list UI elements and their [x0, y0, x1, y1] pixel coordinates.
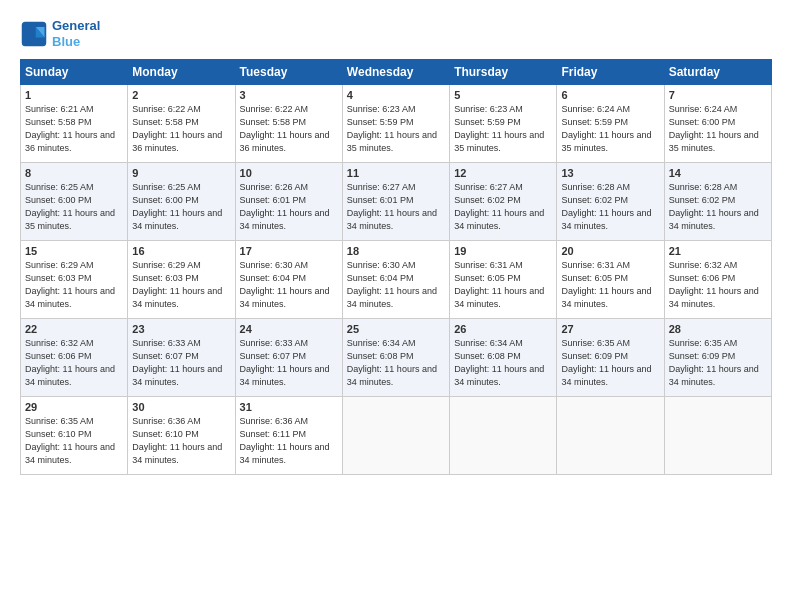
day-number: 23: [132, 323, 230, 335]
calendar-cell: 8Sunrise: 6:25 AMSunset: 6:00 PMDaylight…: [21, 163, 128, 241]
day-info: Sunrise: 6:30 AMSunset: 6:04 PMDaylight:…: [240, 260, 330, 309]
calendar-cell: 24Sunrise: 6:33 AMSunset: 6:07 PMDayligh…: [235, 319, 342, 397]
day-number: 10: [240, 167, 338, 179]
calendar-cell: 7Sunrise: 6:24 AMSunset: 6:00 PMDaylight…: [664, 85, 771, 163]
page: General Blue SundayMondayTuesdayWednesda…: [0, 0, 792, 612]
calendar-cell: [557, 397, 664, 475]
calendar-cell: 29Sunrise: 6:35 AMSunset: 6:10 PMDayligh…: [21, 397, 128, 475]
day-number: 12: [454, 167, 552, 179]
day-number: 1: [25, 89, 123, 101]
calendar-cell: 9Sunrise: 6:25 AMSunset: 6:00 PMDaylight…: [128, 163, 235, 241]
calendar-cell: 31Sunrise: 6:36 AMSunset: 6:11 PMDayligh…: [235, 397, 342, 475]
day-info: Sunrise: 6:35 AMSunset: 6:10 PMDaylight:…: [25, 416, 115, 465]
header: General Blue: [20, 18, 772, 49]
calendar-cell: 3Sunrise: 6:22 AMSunset: 5:58 PMDaylight…: [235, 85, 342, 163]
day-number: 14: [669, 167, 767, 179]
calendar-cell: 6Sunrise: 6:24 AMSunset: 5:59 PMDaylight…: [557, 85, 664, 163]
day-info: Sunrise: 6:26 AMSunset: 6:01 PMDaylight:…: [240, 182, 330, 231]
day-number: 31: [240, 401, 338, 413]
col-header-wednesday: Wednesday: [342, 60, 449, 85]
day-number: 13: [561, 167, 659, 179]
day-info: Sunrise: 6:34 AMSunset: 6:08 PMDaylight:…: [347, 338, 437, 387]
day-number: 22: [25, 323, 123, 335]
calendar-cell: 28Sunrise: 6:35 AMSunset: 6:09 PMDayligh…: [664, 319, 771, 397]
calendar-cell: [342, 397, 449, 475]
calendar-table: SundayMondayTuesdayWednesdayThursdayFrid…: [20, 59, 772, 475]
day-number: 25: [347, 323, 445, 335]
day-number: 27: [561, 323, 659, 335]
calendar-cell: [664, 397, 771, 475]
day-info: Sunrise: 6:32 AMSunset: 6:06 PMDaylight:…: [669, 260, 759, 309]
day-info: Sunrise: 6:34 AMSunset: 6:08 PMDaylight:…: [454, 338, 544, 387]
day-number: 8: [25, 167, 123, 179]
calendar-week-2: 15Sunrise: 6:29 AMSunset: 6:03 PMDayligh…: [21, 241, 772, 319]
day-number: 24: [240, 323, 338, 335]
day-info: Sunrise: 6:23 AMSunset: 5:59 PMDaylight:…: [347, 104, 437, 153]
day-number: 16: [132, 245, 230, 257]
day-info: Sunrise: 6:21 AMSunset: 5:58 PMDaylight:…: [25, 104, 115, 153]
day-info: Sunrise: 6:24 AMSunset: 5:59 PMDaylight:…: [561, 104, 651, 153]
calendar-cell: [450, 397, 557, 475]
calendar-week-1: 8Sunrise: 6:25 AMSunset: 6:00 PMDaylight…: [21, 163, 772, 241]
day-number: 19: [454, 245, 552, 257]
day-info: Sunrise: 6:27 AMSunset: 6:02 PMDaylight:…: [454, 182, 544, 231]
day-info: Sunrise: 6:31 AMSunset: 6:05 PMDaylight:…: [454, 260, 544, 309]
day-number: 20: [561, 245, 659, 257]
calendar-cell: 12Sunrise: 6:27 AMSunset: 6:02 PMDayligh…: [450, 163, 557, 241]
logo-text: General Blue: [52, 18, 100, 49]
day-number: 5: [454, 89, 552, 101]
calendar-cell: 30Sunrise: 6:36 AMSunset: 6:10 PMDayligh…: [128, 397, 235, 475]
day-number: 21: [669, 245, 767, 257]
calendar-cell: 11Sunrise: 6:27 AMSunset: 6:01 PMDayligh…: [342, 163, 449, 241]
calendar-cell: 4Sunrise: 6:23 AMSunset: 5:59 PMDaylight…: [342, 85, 449, 163]
calendar-week-3: 22Sunrise: 6:32 AMSunset: 6:06 PMDayligh…: [21, 319, 772, 397]
calendar-cell: 14Sunrise: 6:28 AMSunset: 6:02 PMDayligh…: [664, 163, 771, 241]
day-number: 7: [669, 89, 767, 101]
day-info: Sunrise: 6:22 AMSunset: 5:58 PMDaylight:…: [132, 104, 222, 153]
calendar-cell: 15Sunrise: 6:29 AMSunset: 6:03 PMDayligh…: [21, 241, 128, 319]
calendar-week-4: 29Sunrise: 6:35 AMSunset: 6:10 PMDayligh…: [21, 397, 772, 475]
day-info: Sunrise: 6:32 AMSunset: 6:06 PMDaylight:…: [25, 338, 115, 387]
col-header-tuesday: Tuesday: [235, 60, 342, 85]
calendar-cell: 13Sunrise: 6:28 AMSunset: 6:02 PMDayligh…: [557, 163, 664, 241]
day-number: 3: [240, 89, 338, 101]
day-info: Sunrise: 6:35 AMSunset: 6:09 PMDaylight:…: [669, 338, 759, 387]
day-number: 4: [347, 89, 445, 101]
day-info: Sunrise: 6:31 AMSunset: 6:05 PMDaylight:…: [561, 260, 651, 309]
day-number: 11: [347, 167, 445, 179]
day-number: 30: [132, 401, 230, 413]
calendar-cell: 25Sunrise: 6:34 AMSunset: 6:08 PMDayligh…: [342, 319, 449, 397]
day-number: 26: [454, 323, 552, 335]
calendar-cell: 16Sunrise: 6:29 AMSunset: 6:03 PMDayligh…: [128, 241, 235, 319]
col-header-sunday: Sunday: [21, 60, 128, 85]
calendar-cell: 17Sunrise: 6:30 AMSunset: 6:04 PMDayligh…: [235, 241, 342, 319]
day-info: Sunrise: 6:28 AMSunset: 6:02 PMDaylight:…: [561, 182, 651, 231]
logo: General Blue: [20, 18, 100, 49]
day-info: Sunrise: 6:36 AMSunset: 6:10 PMDaylight:…: [132, 416, 222, 465]
day-info: Sunrise: 6:24 AMSunset: 6:00 PMDaylight:…: [669, 104, 759, 153]
day-number: 2: [132, 89, 230, 101]
day-info: Sunrise: 6:33 AMSunset: 6:07 PMDaylight:…: [240, 338, 330, 387]
day-number: 28: [669, 323, 767, 335]
calendar-cell: 20Sunrise: 6:31 AMSunset: 6:05 PMDayligh…: [557, 241, 664, 319]
day-info: Sunrise: 6:25 AMSunset: 6:00 PMDaylight:…: [25, 182, 115, 231]
calendar-cell: 18Sunrise: 6:30 AMSunset: 6:04 PMDayligh…: [342, 241, 449, 319]
day-info: Sunrise: 6:27 AMSunset: 6:01 PMDaylight:…: [347, 182, 437, 231]
day-number: 6: [561, 89, 659, 101]
day-number: 15: [25, 245, 123, 257]
day-number: 29: [25, 401, 123, 413]
day-number: 9: [132, 167, 230, 179]
calendar-cell: 10Sunrise: 6:26 AMSunset: 6:01 PMDayligh…: [235, 163, 342, 241]
calendar-cell: 23Sunrise: 6:33 AMSunset: 6:07 PMDayligh…: [128, 319, 235, 397]
calendar-cell: 19Sunrise: 6:31 AMSunset: 6:05 PMDayligh…: [450, 241, 557, 319]
calendar-cell: 5Sunrise: 6:23 AMSunset: 5:59 PMDaylight…: [450, 85, 557, 163]
day-info: Sunrise: 6:30 AMSunset: 6:04 PMDaylight:…: [347, 260, 437, 309]
day-info: Sunrise: 6:22 AMSunset: 5:58 PMDaylight:…: [240, 104, 330, 153]
day-info: Sunrise: 6:36 AMSunset: 6:11 PMDaylight:…: [240, 416, 330, 465]
day-info: Sunrise: 6:25 AMSunset: 6:00 PMDaylight:…: [132, 182, 222, 231]
logo-icon: [20, 20, 48, 48]
day-info: Sunrise: 6:29 AMSunset: 6:03 PMDaylight:…: [132, 260, 222, 309]
calendar-cell: 26Sunrise: 6:34 AMSunset: 6:08 PMDayligh…: [450, 319, 557, 397]
day-number: 17: [240, 245, 338, 257]
day-info: Sunrise: 6:28 AMSunset: 6:02 PMDaylight:…: [669, 182, 759, 231]
